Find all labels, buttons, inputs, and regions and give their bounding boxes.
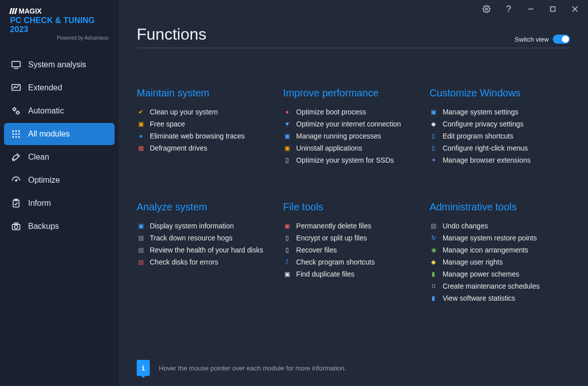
sidebar-item-all-modules[interactable]: All modules [4,123,115,145]
module-item-label: Manage browser extensions [443,156,531,164]
module-item[interactable]: ▮View software statistics [430,292,570,304]
module-group: Administrative tools▤Undo changes↻Manage… [430,201,570,304]
module-item[interactable]: ▯Edit program shortcuts [430,130,570,142]
module-item-icon: ▯ [283,246,291,254]
module-item-label: Review the health of your hard disks [150,246,263,254]
module-item-icon: ▯ [430,132,438,140]
close-button[interactable] [565,1,585,17]
module-item-icon: ▯ [430,144,438,152]
module-item[interactable]: ↻Manage system restore points [430,232,570,244]
help-button[interactable]: ? [499,1,519,17]
module-item[interactable]: ▯Configure right-click menus [430,142,570,154]
module-group: File tools▣Permanently delete files▯Encr… [283,201,423,304]
module-item[interactable]: ▣Display system information [137,220,277,232]
module-item[interactable]: ⤴Check program shortcuts [283,256,423,268]
module-item-label: Create maintenance schedules [443,282,540,290]
maximize-button[interactable] [543,1,563,17]
group-title: Customize Windows [430,87,570,99]
minimize-button[interactable] [521,1,541,17]
module-item-icon: ▦ [137,144,145,152]
module-item[interactable]: ◆Manage user rights [430,256,570,268]
module-item-label: Manage running processes [296,132,381,140]
module-item-icon: ▣ [137,222,145,230]
svg-point-24 [485,8,487,10]
sidebar-item-clean[interactable]: Clean [4,146,115,168]
switch-view-toggle[interactable] [553,35,570,44]
module-item[interactable]: ▯Recover files [283,244,423,256]
module-item[interactable]: ▯Optimize your system for SSDs [283,154,423,166]
module-item[interactable]: ▣Manage system settings [430,106,570,118]
module-item[interactable]: ▯Encrypt or split up files [283,232,423,244]
module-item-icon: ⤴ [283,258,291,266]
module-item-label: Eliminate web browsing traces [150,132,245,140]
module-item[interactable]: ▣Free space [137,118,277,130]
module-item[interactable]: ⁝⁝Create maintenance schedules [430,280,570,292]
module-item-icon: ▯ [283,234,291,242]
sidebar-item-system-analysis[interactable]: System analysis [4,54,115,76]
module-item-icon: ◆ [430,120,438,128]
module-item-label: Manage icon arrangements [443,246,528,254]
module-item[interactable]: ●Eliminate web browsing traces [137,130,277,142]
module-item-label: Free space [150,120,185,128]
sidebar-item-automatic[interactable]: Automatic [4,100,115,122]
module-item-label: Find duplicate files [296,270,354,278]
module-item[interactable]: ▣Uninstall applications [283,142,423,154]
module-item[interactable]: ▦Defragment drives [137,142,277,154]
gears-icon [11,106,21,116]
module-item[interactable]: ▮Manage power schemes [430,268,570,280]
main-area: ? Functions Switch view Maintain system✔… [119,0,588,386]
module-item-label: Manage system restore points [443,234,537,242]
sidebar: MAGIX PC CHECK & TUNING 2023 Powered by … [0,0,119,386]
sidebar-item-optimize[interactable]: Optimize [4,169,115,191]
broom-icon [11,152,21,162]
svg-point-18 [16,180,17,182]
module-item[interactable]: ▼Optimize your internet connection [283,118,423,130]
module-item-icon: ▣ [137,120,145,128]
module-item[interactable]: ▤Undo changes [430,220,570,232]
module-item-icon: ✦ [430,156,438,164]
module-item[interactable]: ▤Review the health of your hard disks [137,244,277,256]
group-title: Maintain system [137,87,277,99]
module-item-icon: ⁝⁝ [430,282,438,290]
svg-rect-23 [15,223,18,224]
sidebar-item-label: All modules [28,130,70,139]
module-item[interactable]: ▣Permanently delete files [283,220,423,232]
svg-point-4 [17,111,19,114]
sidebar-nav: System analysisExtendedAutomaticAll modu… [0,52,119,239]
sidebar-item-label: Clean [28,153,49,162]
group-title: Administrative tools [430,201,570,213]
module-item[interactable]: ◉Manage icon arrangements [430,244,570,256]
module-item[interactable]: ●Optimize boot process [283,106,423,118]
module-item-label: View software statistics [443,294,515,302]
module-item[interactable]: ▣Find duplicate files [283,268,423,280]
module-item-label: Recover files [296,246,337,254]
module-item-label: Optimize boot process [296,108,366,116]
module-item-icon: ✔ [137,108,145,116]
sidebar-item-inform[interactable]: Inform [4,192,115,214]
module-item[interactable]: ✦Manage browser extensions [430,154,570,166]
settings-button[interactable] [476,1,497,17]
sidebar-item-label: Automatic [28,106,64,115]
module-group: Analyze system▣Display system informatio… [137,201,277,304]
switch-view-label: Switch view [515,36,549,43]
module-item-icon: ▤ [137,234,145,242]
module-item-icon: ▼ [283,120,291,128]
header-row: Functions Switch view [137,25,570,48]
svg-point-5 [13,131,14,132]
switch-view-control[interactable]: Switch view [515,35,570,44]
module-item[interactable]: ◆Configure privacy settings [430,118,570,130]
module-item[interactable]: ▤Check disks for errors [137,256,277,268]
sidebar-item-extended[interactable]: Extended [4,77,115,99]
info-icon: i [137,360,150,376]
module-item-label: Manage power schemes [443,270,520,278]
module-item[interactable]: ▣Manage running processes [283,130,423,142]
svg-point-22 [15,225,18,229]
grid-icon [11,129,21,139]
footer-hint: i Hover the mouse pointer over each modu… [137,351,570,386]
module-item-icon: ◉ [430,246,438,254]
module-group: Customize Windows▣Manage system settings… [430,87,570,166]
module-item[interactable]: ✔Clean up your system [137,106,277,118]
module-item-icon: ▣ [283,144,291,152]
sidebar-item-backups[interactable]: Backups [4,215,115,237]
module-item[interactable]: ▤Track down resource hogs [137,232,277,244]
